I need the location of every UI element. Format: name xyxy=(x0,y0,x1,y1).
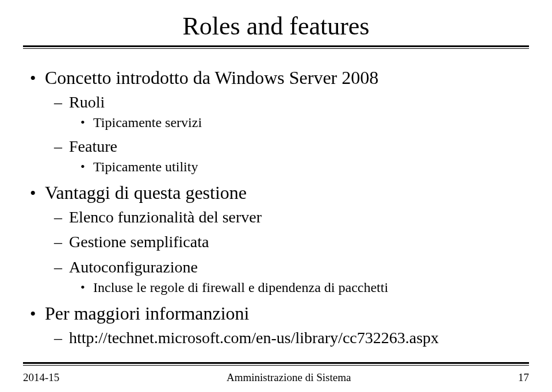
footer-page-number: 17 xyxy=(518,371,529,384)
sub-list: http://technet.microsoft.com/en-us/libra… xyxy=(45,326,529,349)
bullet-text: Feature xyxy=(69,137,117,155)
sub-sub-list: Tipicamente servizi xyxy=(69,113,529,133)
bullet-text: Tipicamente servizi xyxy=(93,115,202,130)
sub-sub-list: Incluse le regole di firewall e dipenden… xyxy=(69,278,529,298)
list-item: Tipicamente utility xyxy=(93,157,529,177)
bullet-text: http://technet.microsoft.com/en-us/libra… xyxy=(69,329,439,347)
list-item: Vantaggi di questa gestione Elenco funzi… xyxy=(45,180,529,297)
list-item: Autoconfigurazione Incluse le regole di … xyxy=(69,256,529,298)
bullet-text: Vantaggi di questa gestione xyxy=(45,182,247,203)
title-divider xyxy=(23,45,529,49)
list-item: Per maggiori informanzioni http://techne… xyxy=(45,301,529,349)
slide-footer: 2014-15 Amministrazione di Sistema 17 xyxy=(23,371,529,384)
bullet-text: Elenco funzionalità del server xyxy=(69,208,262,226)
sub-list: Elenco funzionalità del server Gestione … xyxy=(45,206,529,297)
list-item: Ruoli Tipicamente servizi xyxy=(69,91,529,133)
bullet-text: Autoconfigurazione xyxy=(69,258,198,276)
slide-content: Concetto introdotto da Windows Server 20… xyxy=(23,65,529,349)
list-item: Incluse le regole di firewall e dipenden… xyxy=(93,278,529,298)
sub-sub-list: Tipicamente utility xyxy=(69,157,529,177)
list-item: Elenco funzionalità del server xyxy=(69,206,529,228)
bullet-list: Concetto introdotto da Windows Server 20… xyxy=(29,65,529,349)
list-item: Tipicamente servizi xyxy=(93,113,529,133)
footer-year: 2014-15 xyxy=(23,371,59,384)
footer-title: Amministrazione di Sistema xyxy=(59,371,518,384)
footer-divider xyxy=(23,362,529,366)
list-item: Concetto introdotto da Windows Server 20… xyxy=(45,65,529,176)
bullet-text: Gestione semplificata xyxy=(69,233,209,251)
list-item: Feature Tipicamente utility xyxy=(69,135,529,177)
bullet-text: Concetto introdotto da Windows Server 20… xyxy=(45,67,378,88)
list-item: Gestione semplificata xyxy=(69,230,529,253)
bullet-text: Tipicamente utility xyxy=(93,159,198,174)
bullet-text: Incluse le regole di firewall e dipenden… xyxy=(93,280,388,295)
bullet-text: Per maggiori informanzioni xyxy=(45,303,249,324)
bullet-text: Ruoli xyxy=(69,93,105,111)
list-item: http://technet.microsoft.com/en-us/libra… xyxy=(69,326,529,349)
slide-title: Roles and features xyxy=(23,11,529,41)
sub-list: Ruoli Tipicamente servizi Feature Tipica… xyxy=(45,91,529,177)
